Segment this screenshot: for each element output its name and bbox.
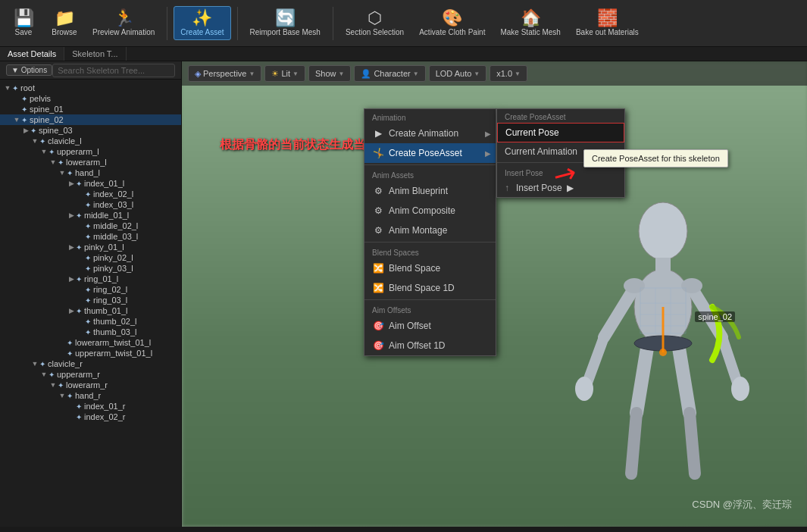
anim-composite-item[interactable]: ⚙ Anim Composite xyxy=(364,201,496,221)
activate-cloth-paint-button[interactable]: 🎨 Activate Cloth Paint xyxy=(413,7,491,39)
animation-section-label: Animation xyxy=(364,109,496,124)
tree-item-hand_l[interactable]: ▼✦hand_l xyxy=(0,167,181,178)
tree-item-thumb_02_l[interactable]: ✦thumb_02_l xyxy=(0,316,181,327)
tree-item-ring_01_l[interactable]: ▶✦ring_01_l xyxy=(0,274,181,284)
svg-point-5 xyxy=(575,377,593,401)
create-pose-asset-item[interactable]: 🤸 Create PoseAsset ▶ xyxy=(364,143,496,163)
scale-button[interactable]: x1.0 ▼ xyxy=(490,65,527,82)
tree-label-upperarm_r: upperarm_r xyxy=(57,370,100,379)
bone-icon: ✦ xyxy=(76,402,82,411)
tree-label-upperarm_l: upperarm_l xyxy=(57,147,99,156)
blend-space-1d-item[interactable]: 🔀 Blend Space 1D xyxy=(364,278,496,298)
current-pose-item[interactable]: Current Pose xyxy=(497,123,624,142)
bake-out-materials-button[interactable]: 🧱 Bake out Materials xyxy=(570,7,645,39)
svg-line-3 xyxy=(604,288,634,337)
bone-icon: ✦ xyxy=(21,116,27,124)
svg-line-7 xyxy=(722,337,737,383)
show-button[interactable]: Show ▼ xyxy=(308,65,351,82)
tree-item-middle_01_l[interactable]: ▶✦middle_01_l xyxy=(0,210,181,221)
tree-item-clavicle_r[interactable]: ▼✦clavicle_r xyxy=(0,358,181,369)
tree-label-ring_01_l: ring_01_l xyxy=(84,274,118,283)
bone-icon: ✦ xyxy=(30,127,36,135)
tree-item-middle_03_l[interactable]: ✦middle_03_l xyxy=(0,231,181,242)
bone-icon: ✦ xyxy=(21,95,27,103)
options-button[interactable]: ▼ Options xyxy=(6,64,52,76)
character-button[interactable]: 👤 Character ▼ xyxy=(354,65,425,82)
tree-item-spine_02[interactable]: ▼✦spine_02 xyxy=(0,114,181,125)
tree-item-upperarm_l[interactable]: ▼✦upperarm_l xyxy=(0,146,181,157)
tree-item-upperarm_r[interactable]: ▼✦upperarm_r xyxy=(0,369,181,380)
svg-line-9 xyxy=(637,343,648,413)
tree-label-thumb_02_l: thumb_02_l xyxy=(93,317,137,326)
browse-button[interactable]: 📁 Browse xyxy=(45,7,83,39)
tree-item-clavicle_l[interactable]: ▼✦clavicle_l xyxy=(0,136,181,146)
tree-item-pelvis[interactable]: ✦pelvis xyxy=(0,93,181,104)
tree-item-lowerarm_r[interactable]: ▼✦lowerarm_r xyxy=(0,380,181,390)
tree-item-lowerarm_twist_01_l[interactable]: ✦lowerarm_twist_01_l xyxy=(0,337,181,348)
tree-item-thumb_03_l[interactable]: ✦thumb_03_l xyxy=(0,327,181,337)
section-selection-button[interactable]: ⬡ Section Selection xyxy=(339,7,410,39)
anim-bp-icon: ⚙ xyxy=(372,185,384,197)
bone-icon: ✦ xyxy=(67,169,73,177)
tree-item-pinky_01_l[interactable]: ▶✦pinky_01_l xyxy=(0,242,181,252)
anim-montage-item[interactable]: ⚙ Anim Montage xyxy=(364,221,496,240)
svg-point-1 xyxy=(639,202,687,260)
tree-item-index_02_r[interactable]: ✦index_02_r xyxy=(0,412,181,422)
panel-options: ▼ Options xyxy=(6,64,52,76)
preview-animation-button[interactable]: 🏃 Preview Animation xyxy=(86,7,161,39)
tree-label-index_02_l: index_02_l xyxy=(93,189,133,199)
spine-label: spine_02 xyxy=(695,311,735,322)
tree-label-index_03_l: index_03_l xyxy=(93,200,133,209)
tree-label-lowerarm_twist_01_l: lowerarm_twist_01_l xyxy=(75,338,151,347)
create-asset-label: Create Asset xyxy=(180,28,224,36)
save-button[interactable]: 💾 Save xyxy=(5,7,42,39)
panel-tabs: Asset Details Skeleton T... xyxy=(0,47,807,61)
tree-item-upperarm_twist_01_l[interactable]: ✦upperarm_twist_01_l xyxy=(0,348,181,358)
tree-item-index_01_l[interactable]: ▶✦index_01_l xyxy=(0,178,181,189)
bone-icon: ✦ xyxy=(39,137,45,146)
reimport-base-mesh-button[interactable]: 🔄 Reimport Base Mesh xyxy=(244,7,327,39)
bone-icon: ✦ xyxy=(39,360,45,368)
tree-item-index_02_l[interactable]: ✦index_02_l xyxy=(0,189,181,199)
svg-point-15 xyxy=(681,278,702,293)
bake-materials-icon: 🧱 xyxy=(597,10,618,27)
tree-item-lowerarm_l[interactable]: ▼✦lowerarm_l xyxy=(0,157,181,167)
anim-blueprint-item[interactable]: ⚙ Anim Blueprint xyxy=(364,181,496,201)
svg-point-14 xyxy=(624,278,645,293)
make-static-mesh-button[interactable]: 🏠 Make Static Mesh xyxy=(494,7,566,39)
submenu-header: Create PoseAsset xyxy=(497,109,624,123)
toolbar-separator-2 xyxy=(237,7,238,40)
create-asset-button[interactable]: ✨ Create Asset xyxy=(174,6,230,40)
tree-item-pinky_02_l[interactable]: ✦pinky_02_l xyxy=(0,252,181,263)
cloth-paint-label: Activate Cloth Paint xyxy=(419,28,485,36)
aim-offset-item[interactable]: 🎯 Aim Offset xyxy=(364,316,496,336)
tree-item-thumb_01_l[interactable]: ▶✦thumb_01_l xyxy=(0,305,181,316)
tree-item-ring_02_l[interactable]: ✦ring_02_l xyxy=(0,284,181,295)
bone-icon: ✦ xyxy=(67,339,73,347)
tab-asset-details[interactable]: Asset Details xyxy=(0,47,64,61)
bone-icon: ✦ xyxy=(12,84,18,92)
tree-item-ring_03_l[interactable]: ✦ring_03_l xyxy=(0,295,181,305)
tree-item-spine_03[interactable]: ▶✦spine_03 xyxy=(0,125,181,136)
bone-icon: ✦ xyxy=(85,222,91,230)
tree-item-middle_02_l[interactable]: ✦middle_02_l xyxy=(0,221,181,231)
tree-item-root[interactable]: ▼✦root xyxy=(0,83,181,93)
perspective-button[interactable]: ◈ Perspective ▼ xyxy=(188,65,261,82)
anim-comp-icon: ⚙ xyxy=(372,205,384,217)
bake-materials-label: Bake out Materials xyxy=(576,28,639,36)
blend-space-item[interactable]: 🔀 Blend Space xyxy=(364,258,496,278)
search-input[interactable] xyxy=(52,64,175,77)
lit-button[interactable]: ☀ Lit ▼ xyxy=(264,65,305,82)
bone-icon: ✦ xyxy=(76,275,82,283)
section-sel-label: Section Selection xyxy=(346,28,404,36)
tree-item-pinky_03_l[interactable]: ✦pinky_03_l xyxy=(0,263,181,274)
tree-item-index_03_l[interactable]: ✦index_03_l xyxy=(0,199,181,210)
aim-offset-1d-item[interactable]: 🎯 Aim Offset 1D xyxy=(364,336,496,355)
tab-skeleton-tree[interactable]: Skeleton T... xyxy=(64,47,126,61)
tree-item-spine_01[interactable]: ✦spine_01 xyxy=(0,104,181,114)
tree-item-index_01_r[interactable]: ✦index_01_r xyxy=(0,401,181,412)
create-animation-item[interactable]: ▶ Create Animation ▶ xyxy=(364,124,496,143)
bone-icon: ✦ xyxy=(76,211,82,220)
lod-auto-button[interactable]: LOD Auto ▼ xyxy=(429,65,487,82)
tree-item-hand_r[interactable]: ▼✦hand_r xyxy=(0,390,181,401)
